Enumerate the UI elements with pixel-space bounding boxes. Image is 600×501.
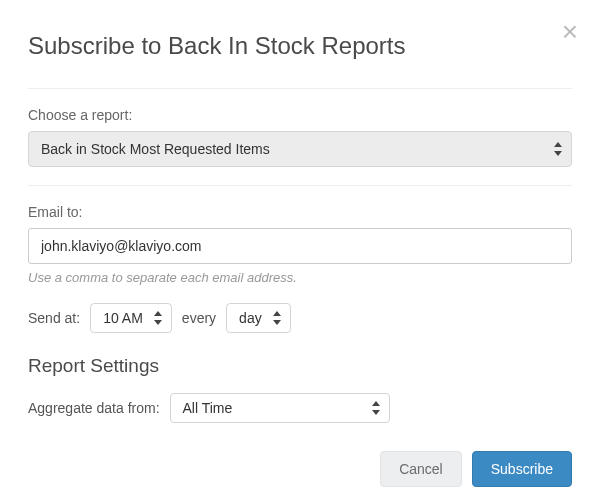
report-select-value[interactable]: Back in Stock Most Requested Items [28, 131, 572, 167]
divider [28, 88, 572, 89]
subscribe-modal: × Subscribe to Back In Stock Reports Cho… [0, 0, 600, 501]
email-label: Email to: [28, 204, 572, 220]
divider [28, 185, 572, 186]
email-input[interactable] [28, 228, 572, 264]
report-section: Choose a report: Back in Stock Most Requ… [28, 107, 572, 167]
schedule-row: Send at: 10 AM every day [28, 303, 572, 333]
time-select[interactable]: 10 AM [90, 303, 172, 333]
aggregate-select-value[interactable]: All Time [170, 393, 390, 423]
settings-heading: Report Settings [28, 355, 572, 377]
close-icon: × [562, 16, 578, 47]
close-button[interactable]: × [562, 18, 578, 46]
email-section: Email to: Use a comma to separate each e… [28, 204, 572, 285]
aggregate-label: Aggregate data from: [28, 400, 160, 416]
report-label: Choose a report: [28, 107, 572, 123]
aggregate-select[interactable]: All Time [170, 393, 390, 423]
aggregate-row: Aggregate data from: All Time [28, 393, 572, 423]
time-select-value[interactable]: 10 AM [90, 303, 172, 333]
frequency-select-value[interactable]: day [226, 303, 291, 333]
report-select[interactable]: Back in Stock Most Requested Items [28, 131, 572, 167]
subscribe-button[interactable]: Subscribe [472, 451, 572, 487]
every-label: every [182, 310, 216, 326]
send-at-label: Send at: [28, 310, 80, 326]
email-hint: Use a comma to separate each email addre… [28, 270, 572, 285]
modal-footer: Cancel Subscribe [28, 451, 572, 487]
frequency-select[interactable]: day [226, 303, 291, 333]
cancel-button[interactable]: Cancel [380, 451, 462, 487]
modal-title: Subscribe to Back In Stock Reports [28, 32, 572, 60]
